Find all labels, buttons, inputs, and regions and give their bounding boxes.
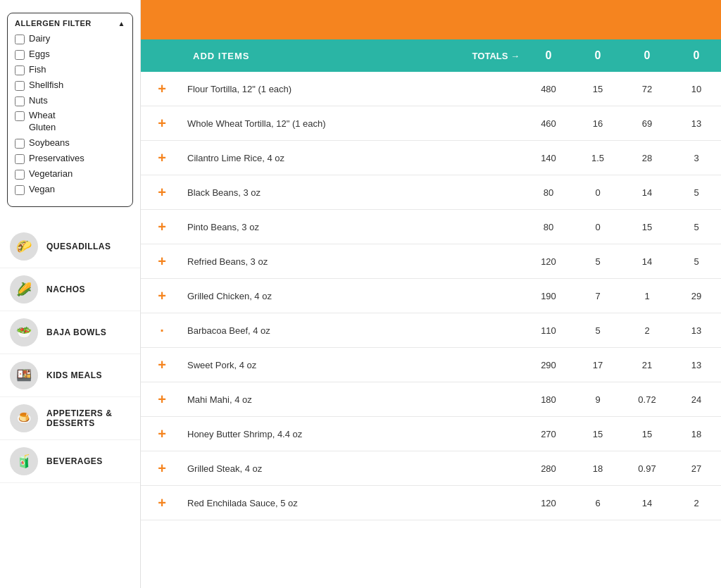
add-item-button-0[interactable]: +: [141, 72, 183, 106]
appetizers-icon: 🍮: [10, 404, 38, 432]
allergen-checkbox-wheat[interactable]: [15, 111, 25, 121]
plus-icon: +: [158, 82, 166, 96]
cell-col2: 15: [573, 417, 622, 451]
allergen-filter-arrow: ▲: [118, 20, 125, 27]
item-name: Black Beans, 3 oz: [183, 175, 439, 209]
add-item-button-10[interactable]: +: [141, 417, 183, 451]
cell-col1: 140: [524, 141, 573, 175]
add-item-button-4[interactable]: +: [141, 210, 183, 244]
cell-col3: 69: [622, 106, 672, 140]
allergen-filter-header[interactable]: ALLERGEN FILTER ▲: [15, 19, 125, 27]
nav-item-kids-meals[interactable]: 🍱 KIDS MEALS: [0, 354, 140, 397]
add-item-button-11[interactable]: +: [141, 451, 183, 485]
allergen-item-nuts[interactable]: Nuts: [15, 95, 125, 107]
cell-col1: 480: [524, 72, 573, 106]
allergen-checkbox-vegan[interactable]: [15, 185, 25, 195]
nav-item-baja-bowls[interactable]: 🥗 BAJA BOWLS: [0, 311, 140, 354]
allergen-checkbox-vegetarian[interactable]: [15, 170, 25, 180]
table-row: +Black Beans, 3 oz800145: [141, 175, 721, 210]
cell-col3: 14: [622, 244, 672, 278]
allergen-checkbox-soybeans[interactable]: [15, 139, 25, 149]
allergen-item-soybeans[interactable]: Soybeans: [15, 137, 125, 149]
cell-col3: 15: [622, 210, 672, 244]
cell-col1: 280: [524, 451, 573, 485]
allergen-item-wheat[interactable]: Wheat Gluten: [15, 110, 125, 134]
add-item-button-9[interactable]: +: [141, 382, 183, 416]
nav-item-appetizers[interactable]: 🍮 APPETIZERS & DESSERTS: [0, 397, 140, 440]
allergen-item-shellfish[interactable]: Shellfish: [15, 80, 125, 92]
allergen-checkbox-dairy[interactable]: [15, 35, 25, 44]
allergen-label-nuts: Nuts: [29, 95, 48, 107]
cell-col4: 3: [672, 141, 721, 175]
table-row: +Grilled Chicken, 4 oz1907129: [141, 279, 721, 313]
table-row: +Pinto Beans, 3 oz800155: [141, 210, 721, 244]
quesadillas-icon: 🌮: [10, 232, 38, 261]
table-row: +Mahi Mahi, 4 oz18090.7224: [141, 382, 721, 417]
add-item-button-6[interactable]: +: [141, 279, 183, 313]
allergen-item-vegan[interactable]: Vegan: [15, 184, 125, 196]
item-name: Cilantro Lime Rice, 4 oz: [183, 141, 439, 175]
allergen-checkbox-fish[interactable]: [15, 65, 25, 75]
kids-meals-label: KIDS MEALS: [46, 370, 102, 380]
beverages-icon: 🧃: [10, 447, 38, 475]
cell-col4: 10: [672, 72, 721, 106]
cell-col3: 14: [622, 175, 672, 209]
cell-col4: 13: [672, 313, 721, 347]
cell-totals-spacer: [439, 244, 524, 278]
main-content: ADD ITEMS TOTALS → 0 0 0 0 +Flour Tortil…: [141, 0, 721, 588]
allergen-items-list: DairyEggsFishShellfishNutsWheat GlutenSo…: [15, 33, 125, 196]
allergen-label-vegetarian: Vegetarian: [29, 168, 73, 180]
item-name: Refried Beans, 3 oz: [183, 244, 439, 278]
cell-col2: 5: [573, 244, 622, 278]
allergen-item-eggs[interactable]: Eggs: [15, 49, 125, 61]
cell-col1: 190: [524, 279, 573, 313]
nachos-icon: 🌽: [10, 275, 38, 304]
add-item-button-2[interactable]: +: [141, 141, 183, 175]
allergen-item-vegetarian[interactable]: Vegetarian: [15, 168, 125, 180]
add-item-button-3[interactable]: +: [141, 175, 183, 209]
item-name: Pinto Beans, 3 oz: [183, 210, 439, 244]
cell-col2: 15: [573, 72, 622, 106]
plus-icon: +: [158, 461, 166, 475]
nav-item-beverages[interactable]: 🧃 BEVERAGES: [0, 440, 140, 483]
cell-col3: 28: [622, 141, 672, 175]
add-item-button-12[interactable]: +: [141, 486, 183, 520]
item-name: Barbacoa Beef, 4 oz: [183, 313, 439, 347]
allergen-checkbox-nuts[interactable]: [15, 96, 25, 106]
cell-totals-spacer: [439, 313, 524, 347]
allergen-item-dairy[interactable]: Dairy: [15, 33, 125, 45]
cell-col1: 80: [524, 210, 573, 244]
allergen-checkbox-shellfish[interactable]: [15, 81, 25, 91]
allergen-label-preservatives: Preservatives: [29, 153, 84, 165]
allergen-label-dairy: Dairy: [29, 33, 50, 45]
plus-icon: +: [158, 358, 166, 372]
cell-col4: 27: [672, 451, 721, 485]
nav-item-nachos[interactable]: 🌽 NACHOS: [0, 268, 140, 311]
add-item-button-1[interactable]: +: [141, 106, 183, 140]
allergen-checkbox-preservatives[interactable]: [15, 154, 25, 164]
plus-icon: +: [158, 254, 166, 268]
add-item-button-7[interactable]: ·: [141, 313, 183, 347]
menu-table-body: +Flour Tortilla, 12" (1 each)480157210+W…: [141, 72, 721, 588]
allergen-item-preservatives[interactable]: Preservatives: [15, 153, 125, 165]
cell-totals-spacer: [439, 175, 524, 209]
cell-col3: 72: [622, 72, 672, 106]
item-name: Grilled Chicken, 4 oz: [183, 279, 439, 313]
cell-col2: 18: [573, 451, 622, 485]
add-item-button-5[interactable]: +: [141, 244, 183, 278]
nachos-label: NACHOS: [46, 284, 85, 294]
cell-col1: 270: [524, 417, 573, 451]
cell-col3: 0.72: [622, 382, 672, 416]
allergen-item-fish[interactable]: Fish: [15, 64, 125, 76]
item-name: Mahi Mahi, 4 oz: [183, 382, 439, 416]
add-item-button-8[interactable]: +: [141, 348, 183, 382]
allergen-checkbox-eggs[interactable]: [15, 50, 25, 60]
nav-item-quesadillas[interactable]: 🌮 QUESADILLAS: [0, 225, 140, 268]
cell-col1: 290: [524, 348, 573, 382]
cell-col1: 180: [524, 382, 573, 416]
cell-totals-spacer: [439, 486, 524, 520]
item-name: Red Enchilada Sauce, 5 oz: [183, 486, 439, 520]
cell-col2: 9: [573, 382, 622, 416]
plus-icon: +: [158, 496, 166, 510]
plus-icon: +: [158, 427, 166, 441]
